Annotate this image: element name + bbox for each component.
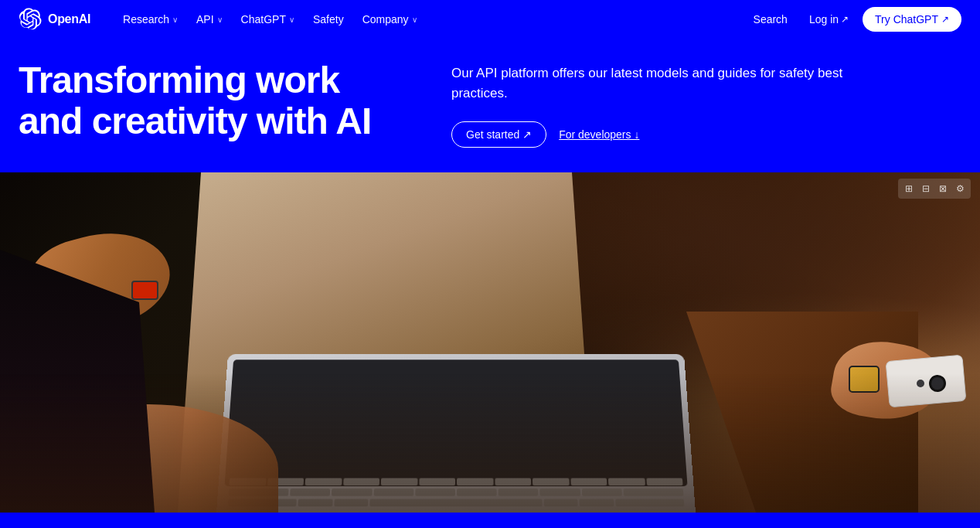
get-started-button[interactable]: Get started ↗ xyxy=(451,121,546,148)
openai-logo-icon xyxy=(19,8,42,31)
hero-description: Our API platform offers our latest model… xyxy=(451,63,884,103)
company-chevron-icon: ∨ xyxy=(412,15,417,24)
hero-section: Transforming work and creativity with AI… xyxy=(0,39,980,172)
person-left-watch xyxy=(131,281,158,300)
toolbar-btn-3[interactable]: ⊠ xyxy=(935,181,951,196)
for-developers-button[interactable]: For developers ↓ xyxy=(559,128,639,141)
nav-right-actions: Search Log in ↗ Try ChatGPT ↗ xyxy=(746,7,961,32)
login-link[interactable]: Log in ↗ xyxy=(801,9,856,30)
nav-chatgpt[interactable]: ChatGPT ∨ xyxy=(233,9,302,30)
login-arrow-icon: ↗ xyxy=(841,14,849,25)
hero-right-column: Our API platform offers our latest model… xyxy=(451,60,961,148)
nav-links-container: Research ∨ API ∨ ChatGPT ∨ Safety Compan… xyxy=(115,9,745,30)
research-chevron-icon: ∨ xyxy=(172,15,178,24)
nav-company[interactable]: Company ∨ xyxy=(355,9,425,30)
api-chevron-icon: ∨ xyxy=(217,15,223,24)
toolbar-btn-4[interactable]: ⚙ xyxy=(952,181,968,196)
try-chatgpt-button[interactable]: Try ChatGPT ↗ xyxy=(863,7,961,32)
nav-api[interactable]: API ∨ xyxy=(189,9,230,30)
hero-image-area: ⊞ ⊟ ⊠ ⚙ xyxy=(0,172,980,513)
bottom-overlay xyxy=(0,373,980,513)
nav-research[interactable]: Research ∨ xyxy=(115,9,185,30)
nav-safety[interactable]: Safety xyxy=(305,9,352,30)
hero-photo xyxy=(0,172,980,513)
toolbar-btn-2[interactable]: ⊟ xyxy=(918,181,934,196)
search-button[interactable]: Search xyxy=(746,9,795,30)
navigation: OpenAI Research ∨ API ∨ ChatGPT ∨ Safety… xyxy=(0,0,980,39)
image-toolbar: ⊞ ⊟ ⊠ ⚙ xyxy=(898,179,971,199)
hero-cta-buttons: Get started ↗ For developers ↓ xyxy=(451,121,961,148)
logo-link[interactable]: OpenAI xyxy=(19,8,90,31)
hero-title: Transforming work and creativity with AI xyxy=(19,60,405,142)
try-arrow-icon: ↗ xyxy=(941,14,949,25)
brand-name: OpenAI xyxy=(48,12,90,26)
toolbar-btn-1[interactable]: ⊞ xyxy=(901,181,917,196)
chatgpt-chevron-icon: ∨ xyxy=(289,15,294,24)
hero-left-column: Transforming work and creativity with AI xyxy=(19,60,405,142)
